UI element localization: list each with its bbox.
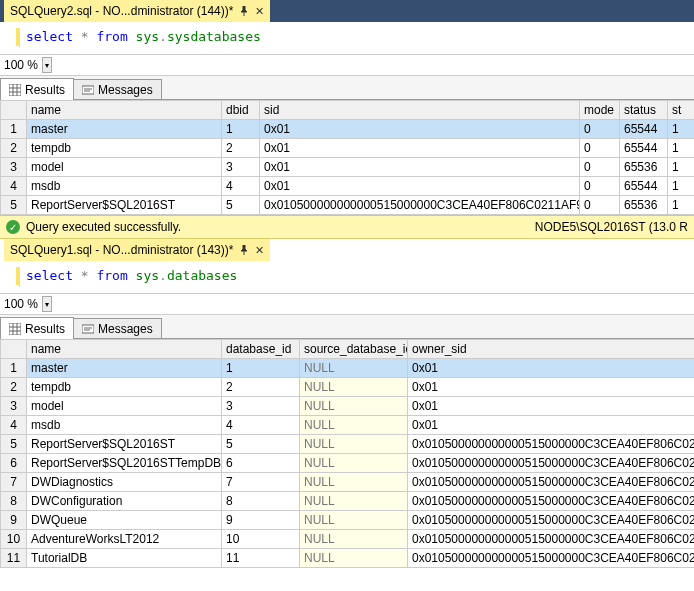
cell-owner-sid[interactable]: 0x010500000000000515000000C3CEA40EF806C0…	[408, 473, 695, 492]
table-row[interactable]: 3model30x010655361	[1, 158, 695, 177]
table-row[interactable]: 3model3NULL0x01	[1, 397, 695, 416]
table-row[interactable]: 4msdb4NULL0x01	[1, 416, 695, 435]
cell-source-database-id[interactable]: NULL	[300, 359, 408, 378]
rownum-cell[interactable]: 1	[1, 359, 27, 378]
cell-source-database-id[interactable]: NULL	[300, 416, 408, 435]
cell-owner-sid[interactable]: 0x01	[408, 359, 695, 378]
rownum-cell[interactable]: 2	[1, 378, 27, 397]
cell-database-id[interactable]: 10	[222, 530, 300, 549]
cell-owner-sid[interactable]: 0x010500000000000515000000C3CEA40EF806C0…	[408, 549, 695, 568]
doc-tab-1[interactable]: SQLQuery2.sql - NO...dministrator (144))…	[4, 0, 270, 22]
cell-status[interactable]: 65536	[620, 158, 668, 177]
cell-st[interactable]: 1	[668, 196, 695, 215]
cell-name[interactable]: tempdb	[27, 139, 222, 158]
results-grid-1[interactable]: name dbid sid mode status st 1master10x0…	[0, 100, 694, 215]
cell-source-database-id[interactable]: NULL	[300, 530, 408, 549]
cell-source-database-id[interactable]: NULL	[300, 473, 408, 492]
rownum-cell[interactable]: 11	[1, 549, 27, 568]
table-row[interactable]: 5ReportServer$SQL2016ST5NULL0x0105000000…	[1, 435, 695, 454]
table-row[interactable]: 5ReportServer$SQL2016ST50x01050000000000…	[1, 196, 695, 215]
cell-dbid[interactable]: 5	[222, 196, 260, 215]
cell-database-id[interactable]: 3	[222, 397, 300, 416]
col-mode[interactable]: mode	[580, 101, 620, 120]
cell-owner-sid[interactable]: 0x010500000000000515000000C3CEA40EF806C0…	[408, 492, 695, 511]
table-row[interactable]: 7DWDiagnostics7NULL0x0105000000000005150…	[1, 473, 695, 492]
col-name[interactable]: name	[27, 340, 222, 359]
cell-source-database-id[interactable]: NULL	[300, 378, 408, 397]
table-row[interactable]: 2tempdb2NULL0x01	[1, 378, 695, 397]
cell-name[interactable]: ReportServer$SQL2016ST	[27, 435, 222, 454]
tab-results[interactable]: Results	[0, 317, 74, 339]
col-sid[interactable]: sid	[260, 101, 580, 120]
cell-owner-sid[interactable]: 0x010500000000000515000000C3CEA40EF806C0…	[408, 530, 695, 549]
cell-name[interactable]: tempdb	[27, 378, 222, 397]
cell-sid[interactable]: 0x01	[260, 139, 580, 158]
tab-results[interactable]: Results	[0, 78, 74, 100]
col-name[interactable]: name	[27, 101, 222, 120]
cell-mode[interactable]: 0	[580, 196, 620, 215]
cell-owner-sid[interactable]: 0x01	[408, 397, 695, 416]
cell-name[interactable]: model	[27, 397, 222, 416]
cell-name[interactable]: master	[27, 120, 222, 139]
table-row[interactable]: 1master10x010655441	[1, 120, 695, 139]
cell-source-database-id[interactable]: NULL	[300, 454, 408, 473]
rownum-header[interactable]	[1, 101, 27, 120]
cell-mode[interactable]: 0	[580, 139, 620, 158]
rownum-cell[interactable]: 10	[1, 530, 27, 549]
table-row[interactable]: 2tempdb20x010655441	[1, 139, 695, 158]
close-icon[interactable]: ✕	[255, 244, 264, 257]
cell-owner-sid[interactable]: 0x010500000000000515000000C3CEA40EF806C0…	[408, 454, 695, 473]
cell-status[interactable]: 65544	[620, 139, 668, 158]
cell-name[interactable]: model	[27, 158, 222, 177]
cell-sid[interactable]: 0x01	[260, 177, 580, 196]
cell-name[interactable]: AdventureWorksLT2012	[27, 530, 222, 549]
cell-mode[interactable]: 0	[580, 177, 620, 196]
col-dbid[interactable]: dbid	[222, 101, 260, 120]
cell-source-database-id[interactable]: NULL	[300, 549, 408, 568]
rownum-header[interactable]	[1, 340, 27, 359]
cell-source-database-id[interactable]: NULL	[300, 397, 408, 416]
close-icon[interactable]: ✕	[255, 5, 264, 18]
pin-icon[interactable]	[239, 245, 249, 255]
cell-sid[interactable]: 0x01	[260, 158, 580, 177]
cell-owner-sid[interactable]: 0x01	[408, 416, 695, 435]
cell-database-id[interactable]: 5	[222, 435, 300, 454]
cell-database-id[interactable]: 2	[222, 378, 300, 397]
rownum-cell[interactable]: 4	[1, 177, 27, 196]
rownum-cell[interactable]: 8	[1, 492, 27, 511]
cell-st[interactable]: 1	[668, 139, 695, 158]
rownum-cell[interactable]: 7	[1, 473, 27, 492]
cell-name[interactable]: ReportServer$SQL2016STTempDB	[27, 454, 222, 473]
cell-database-id[interactable]: 7	[222, 473, 300, 492]
cell-owner-sid[interactable]: 0x01	[408, 378, 695, 397]
cell-sid[interactable]: 0x010500000000000515000000C3CEA40EF806C0…	[260, 196, 580, 215]
results-grid-2[interactable]: name database_id source_database_id owne…	[0, 339, 694, 568]
cell-st[interactable]: 1	[668, 177, 695, 196]
rownum-cell[interactable]: 4	[1, 416, 27, 435]
cell-name[interactable]: DWDiagnostics	[27, 473, 222, 492]
cell-sid[interactable]: 0x01	[260, 120, 580, 139]
sql-editor-2[interactable]: select * from sys.databases	[0, 261, 694, 293]
cell-dbid[interactable]: 3	[222, 158, 260, 177]
doc-tab-2[interactable]: SQLQuery1.sql - NO...dministrator (143))…	[4, 239, 270, 261]
col-status[interactable]: status	[620, 101, 668, 120]
tab-messages[interactable]: Messages	[73, 79, 162, 99]
zoom-dropdown[interactable]: ▾	[42, 296, 52, 312]
cell-name[interactable]: DWQueue	[27, 511, 222, 530]
rownum-cell[interactable]: 3	[1, 158, 27, 177]
cell-mode[interactable]: 0	[580, 120, 620, 139]
cell-dbid[interactable]: 1	[222, 120, 260, 139]
table-row[interactable]: 6ReportServer$SQL2016STTempDB6NULL0x0105…	[1, 454, 695, 473]
cell-database-id[interactable]: 1	[222, 359, 300, 378]
cell-st[interactable]: 1	[668, 120, 695, 139]
cell-source-database-id[interactable]: NULL	[300, 511, 408, 530]
cell-name[interactable]: msdb	[27, 177, 222, 196]
tab-messages[interactable]: Messages	[73, 318, 162, 338]
cell-owner-sid[interactable]: 0x010500000000000515000000C3CEA40EF806C0…	[408, 511, 695, 530]
sql-editor-1[interactable]: select * from sys.sysdatabases	[0, 22, 694, 54]
cell-name[interactable]: master	[27, 359, 222, 378]
cell-status[interactable]: 65536	[620, 196, 668, 215]
rownum-cell[interactable]: 2	[1, 139, 27, 158]
table-row[interactable]: 8DWConfiguration8NULL0x01050000000000051…	[1, 492, 695, 511]
rownum-cell[interactable]: 5	[1, 196, 27, 215]
